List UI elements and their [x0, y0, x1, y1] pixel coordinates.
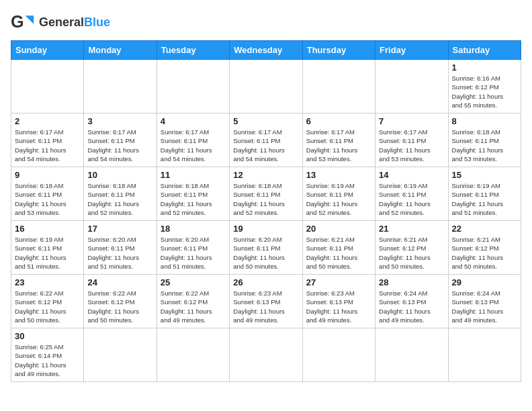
day-number: 25 — [161, 277, 226, 287]
day-number: 21 — [379, 224, 444, 234]
day-number: 19 — [233, 224, 298, 234]
day-info: Sunrise: 6:23 AMSunset: 6:13 PMDaylight:… — [306, 289, 371, 324]
calendar-cell: 29Sunrise: 6:24 AMSunset: 6:13 PMDayligh… — [448, 275, 521, 328]
logo-text: GeneralBlue — [39, 15, 110, 30]
calendar-cell: 20Sunrise: 6:21 AMSunset: 6:11 PMDayligh… — [302, 221, 375, 275]
day-info: Sunrise: 6:20 AMSunset: 6:11 PMDaylight:… — [87, 235, 152, 271]
day-number: 27 — [306, 277, 371, 287]
calendar-body: 1Sunrise: 6:16 AMSunset: 6:12 PMDaylight… — [11, 60, 521, 382]
day-info: Sunrise: 6:17 AMSunset: 6:11 PMDaylight:… — [233, 128, 298, 163]
day-number: 23 — [15, 277, 80, 287]
calendar-cell: 19Sunrise: 6:20 AMSunset: 6:11 PMDayligh… — [230, 221, 302, 275]
day-number: 1 — [452, 62, 517, 73]
day-info: Sunrise: 6:22 AMSunset: 6:12 PMDaylight:… — [87, 289, 152, 324]
svg-text:G: G — [11, 12, 24, 31]
calendar-cell: 27Sunrise: 6:23 AMSunset: 6:13 PMDayligh… — [302, 275, 375, 328]
day-number: 18 — [161, 224, 226, 234]
day-info: Sunrise: 6:17 AMSunset: 6:11 PMDaylight:… — [379, 128, 444, 163]
day-info: Sunrise: 6:18 AMSunset: 6:11 PMDaylight:… — [161, 181, 226, 217]
day-number: 9 — [15, 170, 80, 180]
weekday-header-row: SundayMondayTuesdayWednesdayThursdayFrid… — [11, 41, 521, 60]
calendar-cell: 5Sunrise: 6:17 AMSunset: 6:11 PMDaylight… — [230, 113, 302, 167]
day-info: Sunrise: 6:16 AMSunset: 6:12 PMDaylight:… — [452, 74, 517, 109]
svg-marker-1 — [26, 15, 34, 24]
logo: G GeneralBlue — [11, 11, 110, 35]
calendar-cell: 22Sunrise: 6:21 AMSunset: 6:12 PMDayligh… — [448, 221, 521, 275]
day-number: 5 — [233, 116, 298, 126]
day-info: Sunrise: 6:17 AMSunset: 6:11 PMDaylight:… — [15, 128, 80, 163]
calendar-week-row: 2Sunrise: 6:17 AMSunset: 6:11 PMDaylight… — [11, 113, 521, 167]
day-info: Sunrise: 6:18 AMSunset: 6:11 PMDaylight:… — [233, 181, 298, 217]
day-info: Sunrise: 6:19 AMSunset: 6:11 PMDaylight:… — [306, 181, 371, 217]
weekday-header-friday: Friday — [375, 41, 448, 60]
day-number: 10 — [87, 170, 152, 180]
day-info: Sunrise: 6:22 AMSunset: 6:12 PMDaylight:… — [15, 289, 80, 324]
day-number: 13 — [306, 170, 371, 180]
day-number: 20 — [306, 224, 371, 234]
calendar-cell — [375, 328, 448, 382]
day-number: 7 — [379, 116, 444, 126]
day-info: Sunrise: 6:23 AMSunset: 6:13 PMDaylight:… — [233, 289, 298, 324]
day-info: Sunrise: 6:22 AMSunset: 6:12 PMDaylight:… — [161, 289, 226, 324]
day-info: Sunrise: 6:21 AMSunset: 6:11 PMDaylight:… — [306, 235, 371, 271]
day-number: 14 — [379, 170, 444, 180]
day-info: Sunrise: 6:24 AMSunset: 6:13 PMDaylight:… — [452, 289, 517, 324]
calendar-cell: 23Sunrise: 6:22 AMSunset: 6:12 PMDayligh… — [11, 275, 84, 328]
calendar-cell: 14Sunrise: 6:19 AMSunset: 6:11 PMDayligh… — [375, 167, 448, 221]
weekday-header-wednesday: Wednesday — [230, 41, 302, 60]
logo-icon: G — [11, 11, 35, 35]
day-number: 2 — [15, 116, 80, 126]
day-info: Sunrise: 6:17 AMSunset: 6:11 PMDaylight:… — [161, 128, 226, 163]
day-number: 17 — [87, 224, 152, 234]
page-header: G GeneralBlue — [11, 11, 521, 35]
calendar-cell — [302, 328, 375, 382]
day-info: Sunrise: 6:19 AMSunset: 6:11 PMDaylight:… — [15, 235, 80, 271]
day-number: 6 — [306, 116, 371, 126]
calendar-cell: 30Sunrise: 6:25 AMSunset: 6:14 PMDayligh… — [11, 328, 84, 382]
day-info: Sunrise: 6:21 AMSunset: 6:12 PMDaylight:… — [379, 235, 444, 271]
day-info: Sunrise: 6:18 AMSunset: 6:11 PMDaylight:… — [452, 128, 517, 163]
day-info: Sunrise: 6:19 AMSunset: 6:11 PMDaylight:… — [379, 181, 444, 217]
calendar-week-row: 30Sunrise: 6:25 AMSunset: 6:14 PMDayligh… — [11, 328, 521, 382]
day-info: Sunrise: 6:18 AMSunset: 6:11 PMDaylight:… — [15, 181, 80, 217]
day-number: 30 — [15, 331, 80, 341]
calendar-cell: 3Sunrise: 6:17 AMSunset: 6:11 PMDaylight… — [84, 113, 157, 167]
day-number: 11 — [161, 170, 226, 180]
calendar-cell: 16Sunrise: 6:19 AMSunset: 6:11 PMDayligh… — [11, 221, 84, 275]
weekday-header-thursday: Thursday — [302, 41, 375, 60]
day-number: 28 — [379, 277, 444, 287]
day-info: Sunrise: 6:17 AMSunset: 6:11 PMDaylight:… — [306, 128, 371, 163]
calendar-week-row: 1Sunrise: 6:16 AMSunset: 6:12 PMDaylight… — [11, 60, 521, 113]
day-number: 24 — [87, 277, 152, 287]
calendar-cell: 24Sunrise: 6:22 AMSunset: 6:12 PMDayligh… — [84, 275, 157, 328]
day-number: 15 — [452, 170, 517, 180]
calendar-cell: 15Sunrise: 6:19 AMSunset: 6:11 PMDayligh… — [448, 167, 521, 221]
calendar-week-row: 16Sunrise: 6:19 AMSunset: 6:11 PMDayligh… — [11, 221, 521, 275]
calendar-header: SundayMondayTuesdayWednesdayThursdayFrid… — [11, 41, 521, 60]
calendar-cell: 25Sunrise: 6:22 AMSunset: 6:12 PMDayligh… — [157, 275, 229, 328]
calendar-week-row: 23Sunrise: 6:22 AMSunset: 6:12 PMDayligh… — [11, 275, 521, 328]
day-info: Sunrise: 6:25 AMSunset: 6:14 PMDaylight:… — [15, 342, 80, 378]
day-info: Sunrise: 6:17 AMSunset: 6:11 PMDaylight:… — [87, 128, 152, 163]
calendar-cell — [448, 328, 521, 382]
calendar-cell: 8Sunrise: 6:18 AMSunset: 6:11 PMDaylight… — [448, 113, 521, 167]
calendar-cell: 28Sunrise: 6:24 AMSunset: 6:13 PMDayligh… — [375, 275, 448, 328]
calendar-cell: 13Sunrise: 6:19 AMSunset: 6:11 PMDayligh… — [302, 167, 375, 221]
calendar-cell: 10Sunrise: 6:18 AMSunset: 6:11 PMDayligh… — [84, 167, 157, 221]
calendar-cell: 18Sunrise: 6:20 AMSunset: 6:11 PMDayligh… — [157, 221, 229, 275]
day-number: 29 — [452, 277, 517, 287]
calendar-cell — [11, 60, 84, 113]
calendar-cell: 26Sunrise: 6:23 AMSunset: 6:13 PMDayligh… — [230, 275, 302, 328]
calendar-cell — [157, 60, 229, 113]
day-info: Sunrise: 6:24 AMSunset: 6:13 PMDaylight:… — [379, 289, 444, 324]
calendar-cell: 21Sunrise: 6:21 AMSunset: 6:12 PMDayligh… — [375, 221, 448, 275]
calendar-cell: 17Sunrise: 6:20 AMSunset: 6:11 PMDayligh… — [84, 221, 157, 275]
calendar-cell — [375, 60, 448, 113]
calendar-week-row: 9Sunrise: 6:18 AMSunset: 6:11 PMDaylight… — [11, 167, 521, 221]
calendar-cell — [230, 60, 302, 113]
weekday-header-monday: Monday — [84, 41, 157, 60]
calendar-cell: 4Sunrise: 6:17 AMSunset: 6:11 PMDaylight… — [157, 113, 229, 167]
calendar-cell: 2Sunrise: 6:17 AMSunset: 6:11 PMDaylight… — [11, 113, 84, 167]
day-info: Sunrise: 6:18 AMSunset: 6:11 PMDaylight:… — [87, 181, 152, 217]
calendar-cell: 7Sunrise: 6:17 AMSunset: 6:11 PMDaylight… — [375, 113, 448, 167]
